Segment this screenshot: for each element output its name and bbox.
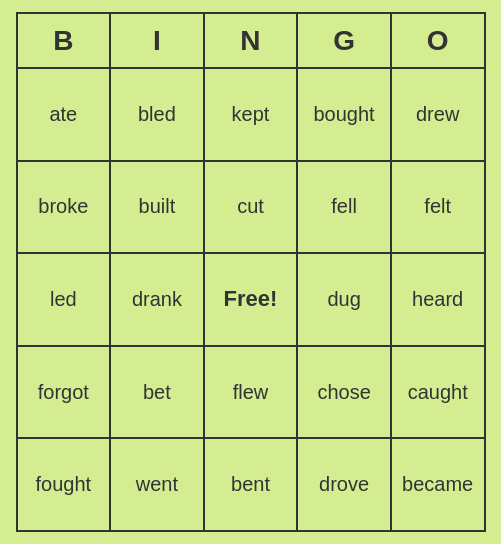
bingo-cell-2-2: Free! bbox=[205, 254, 299, 345]
bingo-cell-0-4: drew bbox=[392, 69, 484, 160]
bingo-cell-4-1: went bbox=[111, 439, 205, 530]
bingo-cell-3-0: forgot bbox=[18, 347, 112, 438]
bingo-cell-0-3: bought bbox=[298, 69, 392, 160]
bingo-cell-2-4: heard bbox=[392, 254, 484, 345]
bingo-cell-1-2: cut bbox=[205, 162, 299, 253]
header-letter-O: O bbox=[392, 14, 484, 67]
bingo-cell-4-2: bent bbox=[205, 439, 299, 530]
header-letter-B: B bbox=[18, 14, 112, 67]
bingo-row-2: leddrankFree!dugheard bbox=[18, 254, 484, 347]
bingo-row-1: brokebuiltcutfellfelt bbox=[18, 162, 484, 255]
bingo-cell-3-1: bet bbox=[111, 347, 205, 438]
bingo-cell-3-3: chose bbox=[298, 347, 392, 438]
bingo-cell-2-3: dug bbox=[298, 254, 392, 345]
header-letter-G: G bbox=[298, 14, 392, 67]
bingo-header: BINGO bbox=[18, 14, 484, 69]
bingo-cell-0-2: kept bbox=[205, 69, 299, 160]
bingo-cell-4-0: fought bbox=[18, 439, 112, 530]
bingo-cell-3-4: caught bbox=[392, 347, 484, 438]
bingo-cell-2-1: drank bbox=[111, 254, 205, 345]
header-letter-I: I bbox=[111, 14, 205, 67]
bingo-cell-0-1: bled bbox=[111, 69, 205, 160]
bingo-cell-4-3: drove bbox=[298, 439, 392, 530]
bingo-row-3: forgotbetflewchosecaught bbox=[18, 347, 484, 440]
bingo-cell-3-2: flew bbox=[205, 347, 299, 438]
bingo-cell-0-0: ate bbox=[18, 69, 112, 160]
bingo-card: BINGO atebledkeptboughtdrewbrokebuiltcut… bbox=[16, 12, 486, 532]
bingo-cell-2-0: led bbox=[18, 254, 112, 345]
bingo-row-4: foughtwentbentdrovebecame bbox=[18, 439, 484, 530]
bingo-cell-1-4: felt bbox=[392, 162, 484, 253]
bingo-cell-1-1: built bbox=[111, 162, 205, 253]
bingo-cell-1-3: fell bbox=[298, 162, 392, 253]
bingo-cell-4-4: became bbox=[392, 439, 484, 530]
bingo-body: atebledkeptboughtdrewbrokebuiltcutfellfe… bbox=[18, 69, 484, 530]
bingo-cell-1-0: broke bbox=[18, 162, 112, 253]
bingo-row-0: atebledkeptboughtdrew bbox=[18, 69, 484, 162]
header-letter-N: N bbox=[205, 14, 299, 67]
